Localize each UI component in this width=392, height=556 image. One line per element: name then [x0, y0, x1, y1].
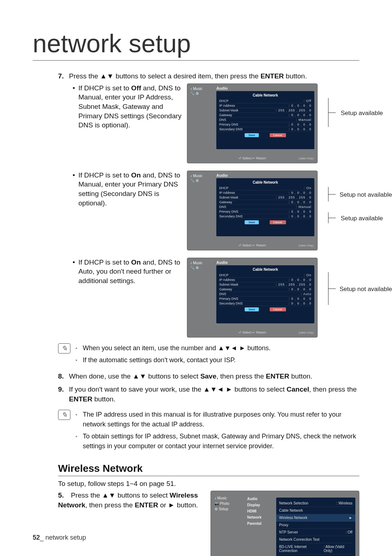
row-bdlive-val: : Allow (Valid Only)	[324, 545, 352, 553]
step-8-number: 8.	[58, 372, 69, 381]
row-subnet-val: : 255 . 255 . 255 . 0	[275, 283, 311, 286]
row-bdlive-label: BD-LIVE Internet Connection	[279, 545, 324, 553]
osd-hint: ⏎ Select ↩ Return	[187, 331, 317, 334]
sidebar-photo-icon: 📷 Photo	[215, 502, 244, 506]
step-8: 8. When done, use the ▲▼ buttons to sele…	[58, 372, 359, 381]
square-bullet-icon: ▪	[75, 356, 83, 365]
row-gateway-val: : 0 . 0 . 0 . 0	[289, 113, 311, 117]
osd-sidebar: ♪ Music 🔧 ⚙	[190, 173, 212, 183]
page-number: 52	[33, 534, 40, 541]
osd-wireless: ♪ Music 📷 Photo ⚙ Setup Audio Display HD…	[211, 491, 359, 556]
osd-tab-audio: Audio	[216, 173, 228, 177]
step-8-pre: When done, use the ▲▼ buttons to select	[69, 372, 200, 380]
bullet-dhcp-on-auto: • If DHCP is set to On and, DNS to Auto,…	[73, 258, 183, 286]
wireless-heading: Wireless Network	[58, 463, 359, 476]
row-netsel-label: Network Selection	[279, 501, 309, 505]
row-pdns-val: : 0 . 0 . 0 . 0	[289, 297, 311, 301]
step-8-post: button.	[289, 372, 312, 380]
step-7-pre: Press the ▲▼ buttons to select a desired…	[69, 72, 261, 80]
menu-network: Network	[247, 515, 273, 519]
osd-cancel-button: Cancel	[270, 220, 286, 224]
row-gateway-label: Gateway	[219, 287, 232, 291]
row-subnet-label: Subnet Mask	[219, 109, 238, 112]
note-block-1: ✎ ▪When you select an item, use the numb…	[58, 343, 359, 367]
step-5-mid: , then press the	[85, 501, 135, 509]
osd-cancel-button: Cancel	[270, 307, 286, 311]
osd-hint: ⏎ Select ↩ Return	[187, 156, 317, 160]
sidebar-music-icon: ♪ Music	[190, 174, 212, 178]
bullet-dhcp-off: • If DHCP is set to Off and, DNS to Manu…	[73, 83, 183, 130]
annot-setup-available: Setup available	[341, 215, 383, 222]
square-bullet-icon: ▪	[75, 433, 83, 451]
row-proxy-label: Proxy	[279, 523, 289, 527]
row-ntp-val: : Off	[346, 530, 352, 534]
osd-valid: (Valid Only)	[299, 157, 314, 160]
bullet-dot: •	[73, 171, 78, 208]
osd-hint: ⏎ Select ↩ Return	[187, 244, 317, 247]
osd-sidebar: ♪ Music 🔧 ⚙	[190, 260, 212, 270]
row-sdns-label: Secondary DNS	[219, 127, 243, 131]
osd-save-button: Save	[245, 307, 258, 311]
step-5-wireless: 5. Press the ▲▼ buttons to select Wirele…	[58, 491, 203, 510]
row-dns-label: DNS	[219, 205, 226, 209]
osd-menu: Audio Display HDMI Network Parental	[247, 495, 273, 528]
row-ip-val: : 0 . 0 . 0 . 0	[289, 191, 311, 195]
row-dns-val: : Manual	[296, 118, 311, 122]
cancel-label: Cancel	[287, 385, 309, 393]
note-text: When you select an item, use the number …	[83, 343, 271, 353]
note-icon: ✎	[58, 410, 70, 420]
row-wireless-label: Wireless Network	[279, 516, 307, 520]
row-pdns-label: Primary DNS	[219, 297, 238, 301]
row-dhcp-label: DHCP	[219, 186, 229, 190]
row-gateway-label: Gateway	[219, 200, 232, 204]
row-sdns-val: : 0 . 0 . 0 . 0	[289, 302, 311, 305]
sidebar-music-icon: ♪ Music	[190, 261, 212, 265]
osd-left-sidebar: ♪ Music 📷 Photo ⚙ Setup	[215, 495, 244, 512]
osd-valid: (Valid Only)	[299, 331, 314, 334]
annot-line	[328, 113, 336, 113]
square-bullet-icon: ▪	[75, 411, 83, 429]
step-8-mid: , then press the	[216, 372, 266, 380]
bullet-pre: If DHCP is set to	[78, 84, 131, 92]
square-bullet-icon: ▪	[75, 344, 83, 353]
step-9-number: 9.	[58, 385, 69, 404]
row-dns-label: DNS	[219, 292, 226, 296]
step-9-post: button.	[92, 395, 115, 403]
row-sdns-label: Secondary DNS	[219, 214, 243, 218]
osd-save-button: Save	[245, 133, 258, 137]
row-subnet-val: : 255 . 255 . 255 . 0	[275, 196, 311, 199]
row-sdns-label: Secondary DNS	[219, 302, 243, 305]
step-7-post: button.	[284, 72, 307, 80]
row-pdns-val: : 0 . 0 . 0 . 0	[289, 210, 311, 213]
bullet-pre: If DHCP is set to	[78, 171, 131, 179]
note-icon: ✎	[58, 343, 70, 353]
row-gateway-label: Gateway	[219, 113, 232, 117]
osd-tab-audio: Audio	[216, 260, 228, 265]
osd-cable-off: ♪ Music 🔧 ⚙ Audio Cable Network DHCP: Of…	[187, 83, 325, 163]
annot-line	[328, 289, 336, 289]
bullet-text: If DHCP is set to Off and, DNS to Manual…	[78, 83, 183, 130]
save-label: Save	[200, 372, 216, 380]
note-text: The IP address used in this manual is fo…	[83, 410, 359, 429]
bullet-dhcp-on-manual: • If DHCP is set to On and, DNS to Manua…	[73, 171, 183, 208]
step-5-post: or ► button.	[158, 501, 198, 509]
bullet-text: If DHCP is set to On and, DNS to Auto, y…	[78, 258, 183, 286]
row-ip-label: IP Address	[219, 191, 235, 195]
enter-label: ENTER	[135, 501, 158, 509]
enter-label: ENTER	[266, 372, 289, 380]
menu-audio: Audio	[247, 497, 273, 501]
step-9-mid: , then press the	[309, 385, 357, 393]
annot-line	[328, 218, 336, 218]
note-text: If the automatic settings don't work, co…	[83, 355, 236, 365]
sidebar-setup-icon: ⚙ Setup	[215, 507, 244, 511]
sidebar-music-icon: ♪ Music	[190, 87, 212, 91]
footer-sep: _	[40, 534, 45, 541]
page-title: network setup	[33, 29, 359, 61]
row-dhcp-val: : On	[304, 186, 311, 190]
step-7: 7. Press the ▲▼ buttons to select a desi…	[58, 71, 359, 81]
osd-valid: (Valid Only)	[299, 244, 314, 247]
row-conntest-label: Network Connection Test	[279, 537, 319, 541]
row-dhcp-val: : Off	[303, 99, 311, 103]
menu-parental: Parental	[247, 522, 273, 526]
row-subnet-label: Subnet Mask	[219, 283, 238, 286]
